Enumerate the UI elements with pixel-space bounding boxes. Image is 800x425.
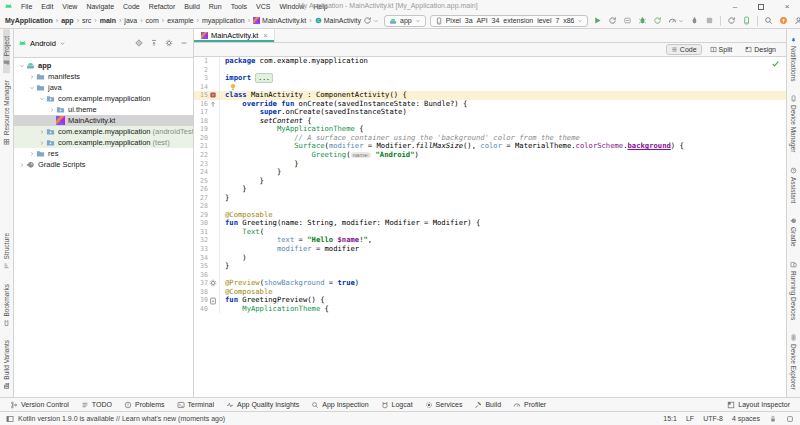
code-line-33[interactable]: 33 modifier = modifier xyxy=(194,245,786,254)
debug-button[interactable] xyxy=(637,15,648,26)
profiler-button[interactable] xyxy=(667,15,685,26)
code-editor[interactable]: 1package com.example.myapplication23impo… xyxy=(194,57,786,397)
gear-gutter-icon[interactable] xyxy=(209,279,217,287)
code-line-30[interactable]: 30fun Greeting(name: String, modifier: M… xyxy=(194,219,786,228)
mode-code-button[interactable]: Code xyxy=(666,44,702,55)
stripe-item-running-devices[interactable]: Running Devices xyxy=(790,254,797,327)
toolwindow-services[interactable]: Services xyxy=(419,398,469,411)
device-select[interactable]: Pixel_3a_API_34_extension_level_7_x86... xyxy=(430,15,588,27)
search-button[interactable] xyxy=(763,15,774,26)
breadcrumb-main[interactable]: main xyxy=(99,17,117,24)
caret-position[interactable]: 15:1 xyxy=(663,415,677,422)
tree-item-gradle-scripts[interactable]: Gradle Scripts xyxy=(14,159,193,170)
tab-mainactivity[interactable]: MainActivity.kt × xyxy=(194,29,275,42)
tree-item-com-example-myapplication[interactable]: com.example.myapplication(test) xyxy=(14,137,193,148)
breadcrumb-example[interactable]: example xyxy=(166,17,194,24)
menu-refactor[interactable]: Refactor xyxy=(145,3,179,10)
close-button[interactable]: × xyxy=(774,0,800,13)
stripe-item-bookmarks[interactable]: Bookmarks xyxy=(3,277,10,334)
code-line-28[interactable]: 28 xyxy=(194,202,786,211)
menu-build[interactable]: Build xyxy=(180,3,204,10)
mode-split-button[interactable]: Split xyxy=(705,44,738,55)
stripe-item-build-variants[interactable]: Build Variants xyxy=(3,333,10,397)
toolwindow-version-control[interactable]: Version Control xyxy=(4,398,75,411)
breadcrumb-mainactivity[interactable]: CMainActivity xyxy=(314,17,362,24)
stripe-item-assistant[interactable]: Assistant xyxy=(790,160,797,210)
code-line-25[interactable]: 25 } xyxy=(194,177,786,186)
breadcrumb-java[interactable]: java xyxy=(123,17,138,24)
breadcrumb-mainactivity-kt[interactable]: MainActivity.kt xyxy=(252,17,307,24)
device-manager-button[interactable] xyxy=(741,15,752,26)
maximize-button[interactable] xyxy=(748,0,774,13)
tool-window-toggle-icon[interactable] xyxy=(6,415,14,423)
menu-view[interactable]: View xyxy=(58,3,81,10)
code-line-34[interactable]: 34 ) xyxy=(194,254,786,263)
hide-button[interactable] xyxy=(179,38,189,48)
code-line-2[interactable]: 2 xyxy=(194,66,786,75)
stripe-item-resource-manager[interactable]: Resource Manager xyxy=(3,73,10,152)
breadcrumb-com[interactable]: com xyxy=(145,17,160,24)
toolwindow-app-quality-insights[interactable]: App Quality Insights xyxy=(220,398,305,411)
indent-setting[interactable]: 4 spaces xyxy=(732,415,760,422)
project-view-selector[interactable]: Android xyxy=(30,39,56,48)
tree-item-java[interactable]: java xyxy=(14,82,193,93)
mode-design-button[interactable]: Design xyxy=(740,44,781,55)
stop-button[interactable] xyxy=(704,15,715,26)
menu-tools[interactable]: Tools xyxy=(227,3,251,10)
toolwindow-logcat[interactable]: Logcat xyxy=(375,398,419,411)
sync-project-button[interactable] xyxy=(726,15,737,26)
menu-navigate[interactable]: Navigate xyxy=(82,3,118,10)
tree-item-com-example-myapplication[interactable]: com.example.myapplication xyxy=(14,93,193,104)
stripe-item-project[interactable]: Project xyxy=(3,29,10,73)
menu-vcs[interactable]: VCS xyxy=(252,3,274,10)
code-line-1[interactable]: 1package com.example.myapplication xyxy=(194,57,786,66)
run-preview-gutter-icon[interactable] xyxy=(209,297,217,305)
restart-activity-button[interactable] xyxy=(622,15,633,26)
attach-debugger-button[interactable] xyxy=(689,15,700,26)
inspection-ok-icon[interactable] xyxy=(771,59,780,68)
toolwindow-build[interactable]: Build xyxy=(468,398,507,411)
toolwindow-app-inspection[interactable]: App Inspection xyxy=(305,398,374,411)
menu-edit[interactable]: Edit xyxy=(37,3,57,10)
toolwindow-layout-inspector[interactable]: Layout Inspector xyxy=(721,401,796,409)
settings-button[interactable] xyxy=(164,38,174,48)
stripe-item-gradle[interactable]: Gradle xyxy=(790,210,797,254)
tree-item-app[interactable]: app xyxy=(14,60,193,71)
code-line-24[interactable]: 24 } xyxy=(194,168,786,177)
activity-marker-gutter-icon[interactable] xyxy=(209,91,217,99)
breadcrumb-myapplication[interactable]: MyApplication xyxy=(4,17,54,24)
tree-item-ui-theme[interactable]: ui.theme xyxy=(14,104,193,115)
stripe-item-device-manager[interactable]: Device Manager xyxy=(790,88,797,159)
collapse-all-button[interactable] xyxy=(149,38,159,48)
override-gutter-icon[interactable] xyxy=(209,100,217,108)
stripe-item-notifications[interactable]: Notifications xyxy=(790,29,797,88)
code-line-23[interactable]: 23 } xyxy=(194,160,786,169)
apply-changes-button[interactable] xyxy=(607,15,618,26)
toolwindow-profiler[interactable]: Profiler xyxy=(507,398,552,411)
toolwindow-terminal[interactable]: Terminal xyxy=(171,398,220,411)
stripe-item-device-explorer[interactable]: Device Explorer xyxy=(790,327,797,397)
profile-button[interactable] xyxy=(793,15,800,26)
close-tab-icon[interactable]: × xyxy=(263,32,267,39)
tree-item-manifests[interactable]: manifests xyxy=(14,71,193,82)
highlighting-level-icon[interactable] xyxy=(786,415,794,423)
tree-item-res[interactable]: res xyxy=(14,148,193,159)
lock-icon[interactable] xyxy=(769,415,777,423)
apply-code-changes-button[interactable] xyxy=(652,15,663,26)
menu-run[interactable]: Run xyxy=(205,3,226,10)
tree-item-mainactivity-kt[interactable]: MainActivity.kt xyxy=(14,115,193,126)
sync-button[interactable] xyxy=(362,15,380,26)
code-line-37[interactable]: 37@Preview(showBackground = true) xyxy=(194,279,786,288)
code-line-35[interactable]: 35} xyxy=(194,262,786,271)
breadcrumb-app[interactable]: app xyxy=(60,17,74,24)
locate-file-button[interactable] xyxy=(134,38,144,48)
line-separator[interactable]: LF xyxy=(686,415,694,422)
available-updates-button[interactable] xyxy=(778,15,789,26)
menu-file[interactable]: File xyxy=(17,3,36,10)
run-configuration-select[interactable]: app xyxy=(384,15,426,27)
status-message[interactable]: Kotlin version 1.9.0 is available // Lea… xyxy=(18,415,225,422)
tree-item-com-example-myapplication[interactable]: com.example.myapplication(androidTest) xyxy=(14,126,193,137)
code-line-27[interactable]: 27} xyxy=(194,194,786,203)
code-line-40[interactable]: 40 MyApplicationTheme { xyxy=(194,305,786,314)
toolwindow-todo[interactable]: TODO xyxy=(75,398,118,411)
